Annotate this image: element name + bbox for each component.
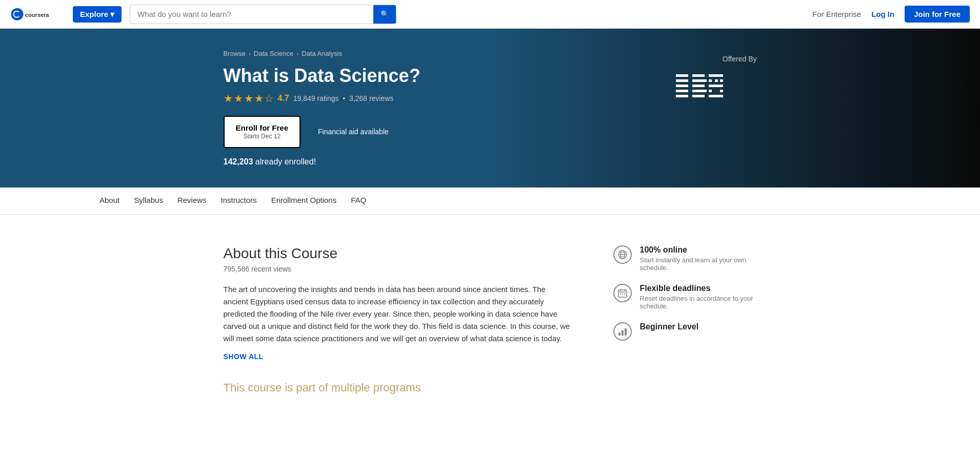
feature-deadlines-title: Flexible deadlines	[640, 284, 757, 293]
breadcrumb-sep-1: ›	[249, 50, 251, 57]
svg-rect-4	[676, 85, 688, 87]
star-rating: ★ ★ ★ ★ ☆	[224, 92, 274, 105]
main-content: About this Course 795,586 recent views T…	[131, 215, 849, 415]
svg-rect-16	[709, 85, 723, 87]
star-1: ★	[224, 92, 233, 105]
feature-online-title: 100% online	[640, 245, 757, 255]
svg-rect-10	[692, 90, 707, 92]
nav-syllabus[interactable]: Syllabus	[127, 188, 170, 214]
hero-content-left: Browse › Data Science › Data Analysis Wh…	[224, 50, 644, 166]
feature-deadlines-text: Flexible deadlines Reset deadlines in ac…	[640, 284, 757, 310]
svg-rect-18	[720, 90, 723, 92]
search-input[interactable]	[130, 10, 373, 18]
feature-level: Beginner Level	[613, 322, 757, 341]
course-description: The art of uncovering the insights and t…	[224, 283, 572, 345]
chevron-down-icon: ▾	[110, 10, 114, 19]
svg-rect-13	[709, 79, 712, 82]
recent-views: 795,586 recent views	[224, 265, 572, 273]
breadcrumb: Browse › Data Science › Data Analysis	[224, 50, 644, 57]
course-nav-inner: About Syllabus Reviews Instructors Enrol…	[92, 188, 888, 214]
nav-about[interactable]: About	[92, 188, 127, 214]
breadcrumb-data-science[interactable]: Data Science	[254, 50, 293, 57]
content-left: About this Course 795,586 recent views T…	[224, 245, 572, 394]
offered-by-label: Offered By	[723, 55, 757, 63]
enrolled-text: already enrolled!	[255, 157, 316, 166]
star-3: ★	[244, 92, 253, 105]
feature-online-text: 100% online Start instantly and learn at…	[640, 245, 757, 272]
financial-aid-text[interactable]: Financial aid available	[318, 128, 389, 136]
bar-chart-icon	[613, 322, 632, 341]
svg-rect-30	[622, 294, 623, 295]
explore-button[interactable]: Explore ▾	[73, 6, 122, 23]
nav-reviews[interactable]: Reviews	[170, 188, 214, 214]
search-icon: 🔍	[381, 10, 389, 18]
enterprise-link[interactable]: For Enterprise	[812, 10, 861, 18]
enroll-button[interactable]: Enroll for Free Starts Dec 12	[224, 116, 301, 148]
svg-rect-32	[618, 332, 621, 336]
rating-number: 4.7	[278, 94, 289, 103]
course-title: What is Data Science?	[224, 65, 644, 87]
calendar-icon	[613, 284, 632, 302]
starts-label: Starts Dec 12	[243, 133, 281, 141]
reviews-count: 3,268 reviews	[349, 94, 393, 102]
svg-rect-34	[625, 328, 627, 336]
svg-rect-5	[676, 90, 688, 92]
part-of-programs: This course is part of multiple programs	[224, 381, 572, 394]
svg-rect-19	[709, 95, 723, 97]
svg-point-0	[11, 8, 24, 20]
login-button[interactable]: Log In	[871, 10, 894, 18]
enrolled-number: 142,203	[224, 157, 253, 166]
content-right: 100% online Start instantly and learn at…	[613, 245, 757, 394]
svg-rect-9	[692, 85, 705, 87]
explore-label: Explore	[80, 10, 108, 18]
nav-enrollment-options[interactable]: Enrollment Options	[264, 188, 344, 214]
feature-online: 100% online Start instantly and learn at…	[613, 245, 757, 272]
svg-rect-12	[709, 74, 723, 77]
feature-level-title: Beginner Level	[640, 322, 699, 331]
svg-rect-2	[676, 74, 688, 77]
hero-actions: Enroll for Free Starts Dec 12 Financial …	[224, 116, 644, 148]
hero-content-right: Offered By	[644, 50, 757, 107]
svg-rect-8	[692, 79, 707, 82]
feature-online-subtitle: Start instantly and learn at your own sc…	[640, 256, 757, 272]
breadcrumb-data-analysis: Data Analysis	[302, 50, 342, 57]
ibm-logo	[675, 69, 757, 107]
search-bar: 🔍	[130, 5, 396, 24]
ratings-reviews: 19,849 ratings • 3,268 reviews	[293, 94, 394, 102]
star-5: ☆	[265, 92, 274, 105]
coursera-logo[interactable]: coursera	[10, 7, 67, 22]
svg-rect-7	[692, 74, 705, 77]
feature-deadlines: Flexible deadlines Reset deadlines in ac…	[613, 284, 757, 310]
svg-text:coursera: coursera	[25, 11, 49, 17]
feature-level-text: Beginner Level	[640, 322, 699, 333]
search-button[interactable]: 🔍	[373, 5, 396, 24]
star-4: ★	[254, 92, 264, 105]
breadcrumb-sep-2: ›	[296, 50, 298, 57]
nav-instructors[interactable]: Instructors	[214, 188, 264, 214]
svg-rect-15	[720, 79, 723, 82]
hero-section: Browse › Data Science › Data Analysis Wh…	[0, 29, 980, 188]
feature-deadlines-subtitle: Reset deadlines in accordance to your sc…	[640, 295, 757, 310]
nav-faq[interactable]: FAQ	[344, 188, 373, 214]
about-section-title: About this Course	[224, 245, 572, 262]
svg-rect-31	[624, 294, 625, 295]
svg-rect-17	[709, 90, 712, 92]
course-nav: About Syllabus Reviews Instructors Enrol…	[0, 188, 980, 215]
globe-icon	[613, 245, 632, 264]
navbar: coursera Explore ▾ 🔍 For Enterprise Log …	[0, 0, 980, 29]
star-2: ★	[234, 92, 243, 105]
navbar-right: For Enterprise Log In Join for Free	[812, 6, 970, 23]
course-rating: ★ ★ ★ ★ ☆ 4.7 19,849 ratings • 3,268 rev…	[224, 92, 644, 105]
enroll-label: Enroll for Free	[236, 123, 289, 133]
svg-rect-3	[676, 79, 688, 82]
svg-rect-33	[622, 330, 624, 336]
show-all-link[interactable]: SHOW ALL	[224, 352, 264, 361]
join-free-button[interactable]: Join for Free	[905, 6, 970, 23]
breadcrumb-browse[interactable]: Browse	[224, 50, 246, 57]
svg-rect-14	[715, 79, 718, 82]
ratings-count: 19,849 ratings	[293, 94, 339, 102]
svg-rect-6	[676, 95, 688, 97]
svg-rect-29	[620, 294, 621, 295]
enrolled-count: 142,203 already enrolled!	[224, 157, 644, 166]
svg-rect-11	[692, 95, 705, 97]
